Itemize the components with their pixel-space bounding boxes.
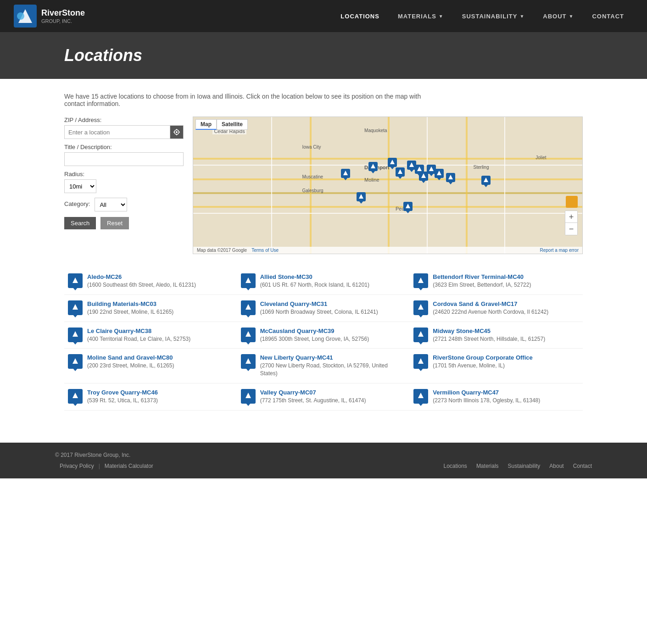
- list-item[interactable]: Aledo-MC26(1600 Southeast 6th Street, Al…: [64, 268, 237, 295]
- list-item[interactable]: New Liberty Quarry-MC41(2700 New Liberty…: [237, 349, 410, 383]
- nav-item-sustainability[interactable]: SUSTAINABILITY▼: [453, 0, 534, 32]
- nav-arrow-icon: ▼: [519, 14, 524, 19]
- list-item[interactable]: Le Claire Quarry-MC38(400 Territorial Ro…: [64, 322, 237, 349]
- logo[interactable]: RiverStone GROUP, INC.: [14, 5, 85, 28]
- nav-item-contact[interactable]: CONTACT: [583, 0, 633, 32]
- map-tab-satellite[interactable]: Satellite: [217, 119, 248, 130]
- title-input[interactable]: [64, 152, 184, 166]
- location-address: (2700 New Liberty Road, Stockton, IA 527…: [260, 362, 407, 378]
- svg-marker-26: [245, 304, 251, 310]
- map-marker[interactable]: [341, 169, 350, 178]
- list-item[interactable]: Cleveland Quarry-MC31(1069 North Broadwa…: [237, 295, 410, 322]
- svg-marker-29: [245, 331, 251, 337]
- map-marker[interactable]: [419, 172, 428, 181]
- nav-arrow-icon: ▼: [569, 14, 574, 19]
- svg-marker-24: [418, 278, 424, 283]
- location-address: (2721 248th Street North, Hillsdale, IL,…: [433, 335, 579, 343]
- map-marker-icon: [343, 170, 348, 177]
- location-info: Aledo-MC26(1600 Southeast 6th Street, Al…: [87, 273, 234, 289]
- map-marker[interactable]: [435, 169, 444, 178]
- search-button[interactable]: Search: [64, 217, 96, 229]
- map-container[interactable]: Map Satellite Cedar Rapids Iowa City: [193, 117, 583, 254]
- category-select[interactable]: All Iowa Illinois: [95, 198, 127, 211]
- location-marker-icon: [72, 358, 78, 366]
- map-marker[interactable]: [481, 176, 491, 185]
- location-icon: [413, 328, 428, 342]
- location-name: Vermilion Quarry-MC47: [433, 389, 579, 396]
- svg-marker-10: [371, 164, 375, 168]
- terms-link[interactable]: Terms of Use: [251, 248, 279, 253]
- logo-name: RiverStone: [41, 8, 85, 17]
- map-marker-icon: [370, 163, 376, 170]
- svg-marker-13: [417, 167, 422, 171]
- svg-marker-33: [418, 358, 424, 364]
- map-marker[interactable]: [357, 192, 366, 201]
- map-marker-icon: [390, 159, 395, 166]
- list-item[interactable]: Moline Sand and Gravel-MC80(200 23rd Str…: [64, 349, 237, 383]
- location-marker-icon: [72, 392, 78, 400]
- footer: © 2017 RiverStone Group, Inc. Privacy Po…: [0, 443, 647, 478]
- location-marker-icon: [245, 304, 251, 311]
- svg-point-2: [17, 12, 24, 20]
- location-icon: [241, 328, 256, 342]
- zoom-out-button[interactable]: −: [565, 223, 577, 235]
- map-marker[interactable]: [388, 158, 397, 167]
- map-marker[interactable]: [396, 167, 405, 177]
- report-link[interactable]: Report a map error: [540, 248, 579, 253]
- location-icon: [241, 389, 256, 404]
- list-item[interactable]: Vermilion Quarry-MC47(2273 North Illinoi…: [410, 383, 583, 411]
- map-marker-icon: [483, 177, 489, 184]
- geo-button[interactable]: [170, 125, 184, 139]
- location-icon: [68, 273, 83, 288]
- list-item[interactable]: Allied Stone-MC30(601 US Rt. 67 North, R…: [237, 268, 410, 295]
- list-item[interactable]: Midway Stone-MC45(2721 248th Street Nort…: [410, 322, 583, 349]
- footer-link-materials[interactable]: Materials: [476, 463, 499, 469]
- list-item[interactable]: Building Materials-MC03(190 22nd Street,…: [64, 295, 237, 322]
- nav-item-locations[interactable]: LOCATIONS: [331, 0, 389, 32]
- hero-section: Locations: [0, 32, 647, 79]
- location-address: (1069 North Broadway Street, Colona, IL …: [260, 308, 407, 316]
- footer-links-left: Privacy Policy | Materials Calculator: [55, 463, 158, 469]
- footer-link-sustainability[interactable]: Sustainability: [508, 463, 541, 469]
- svg-marker-35: [245, 393, 251, 398]
- footer-copyright: © 2017 RiverStone Group, Inc.: [18, 452, 629, 458]
- location-icon: [413, 273, 428, 288]
- map-marker[interactable]: [446, 173, 455, 182]
- reset-button[interactable]: Reset: [100, 217, 129, 229]
- privacy-policy-link[interactable]: Privacy Policy: [55, 463, 99, 469]
- logo-icon: [14, 5, 37, 28]
- main-nav: LOCATIONSMATERIALS▼SUSTAINABILITY▼ABOUT▼…: [331, 0, 633, 32]
- map-marker[interactable]: [368, 162, 378, 171]
- logo-sub: GROUP, INC.: [41, 18, 85, 24]
- svg-marker-9: [343, 171, 348, 175]
- location-name: Bettendorf River Terminal-MC40: [433, 273, 579, 280]
- location-marker-icon: [245, 277, 251, 285]
- footer-link-about[interactable]: About: [549, 463, 563, 469]
- nav-item-about[interactable]: ABOUT▼: [534, 0, 583, 32]
- materials-calculator-link[interactable]: Materials Calculator: [100, 463, 158, 469]
- location-marker-icon: [418, 277, 424, 285]
- search-map-row: ZIP / Address: Title / Description: Ra: [64, 117, 583, 254]
- map-tabs: Map Satellite: [195, 119, 248, 130]
- location-info: RiverStone Group Corporate Office(1701 5…: [433, 354, 579, 370]
- map-pegman[interactable]: [566, 196, 578, 208]
- footer-link-contact[interactable]: Contact: [573, 463, 592, 469]
- list-item[interactable]: McCausland Quarry-MC39(18965 300th Stree…: [237, 322, 410, 349]
- zip-input[interactable]: [64, 125, 170, 139]
- svg-marker-30: [418, 331, 424, 337]
- list-item[interactable]: Cordova Sand & Gravel-MC17(24620 222nd A…: [410, 295, 583, 322]
- zoom-in-button[interactable]: +: [565, 211, 577, 223]
- radius-select[interactable]: 10mi 5mi 25mi 50mi 100mi: [64, 179, 96, 193]
- nav-item-materials[interactable]: MATERIALS▼: [389, 0, 453, 32]
- list-item[interactable]: RiverStone Group Corporate Office(1701 5…: [410, 349, 583, 383]
- list-item[interactable]: Troy Grove Quarry-MC46(539 Rt. 52, Utica…: [64, 383, 237, 411]
- map-zoom-controls: + −: [565, 211, 578, 235]
- list-item[interactable]: Valley Quarry-MC07(772 175th Street, St.…: [237, 383, 410, 411]
- svg-marker-31: [73, 358, 78, 364]
- location-icon: [241, 273, 256, 288]
- location-name: Building Materials-MC03: [87, 300, 234, 307]
- map-marker[interactable]: [403, 202, 413, 211]
- footer-link-locations[interactable]: Locations: [444, 463, 467, 469]
- map-tab-map[interactable]: Map: [195, 119, 217, 130]
- list-item[interactable]: Bettendorf River Terminal-MC40(3623 Elm …: [410, 268, 583, 295]
